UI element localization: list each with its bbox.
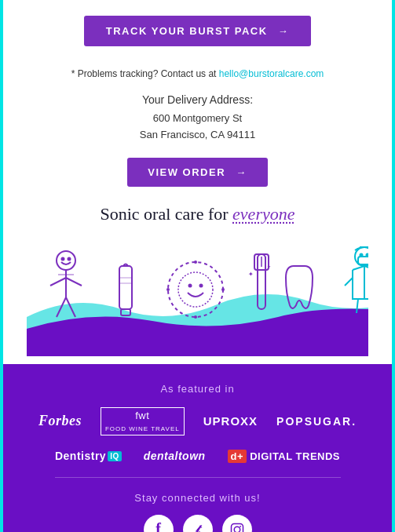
tagline-section: Sonic oral care for everyone (27, 204, 368, 224)
delivery-line2: San Francisco, CA 94111 (27, 127, 368, 144)
view-arrow: → (236, 166, 247, 178)
svg-text:✦: ✦ (248, 271, 254, 278)
problems-text-line: * Problems tracking? Contact us at hello… (27, 68, 368, 79)
divider (55, 477, 341, 478)
svg-point-1 (62, 257, 64, 260)
track-arrow: → (278, 25, 290, 37)
brand-logos-row2: Dentistry IQ dentaltown d+ DIGITAL TREND… (19, 450, 376, 463)
brand-dentaltown: dentaltown (144, 450, 206, 462)
svg-point-9 (188, 283, 192, 287)
svg-rect-27 (231, 523, 243, 532)
illustration-svg: ✦ ✦ (27, 231, 368, 356)
delivery-label: Your Delivery Address: (27, 93, 368, 106)
top-section: TRACK YOUR BURST PACK → * Problems track… (3, 0, 392, 364)
svg-rect-24 (358, 257, 368, 264)
email-container: TRACK YOUR BURST PACK → * Problems track… (0, 0, 395, 532)
brand-forbes: Forbes (38, 413, 82, 429)
track-button-wrapper: TRACK YOUR BURST PACK → (27, 16, 368, 57)
track-button[interactable]: TRACK YOUR BURST PACK → (84, 16, 311, 46)
svg-point-11 (194, 261, 197, 264)
svg-point-12 (221, 288, 225, 291)
tagline-highlight: everyone (232, 204, 294, 224)
svg-point-0 (57, 251, 75, 270)
svg-point-26 (367, 253, 369, 256)
svg-point-29 (240, 526, 241, 527)
facebook-icon[interactable]: f (144, 515, 174, 532)
support-email-link[interactable]: hello@burstoralcare.com (219, 68, 324, 79)
svg-point-13 (194, 315, 197, 319)
brand-uproxx: UPROXX (203, 414, 258, 428)
svg-point-7 (168, 262, 223, 317)
svg-text:✦: ✦ (267, 264, 271, 269)
problems-prefix: * Problems tracking? Contact us at (71, 68, 217, 79)
svg-point-25 (360, 253, 363, 256)
tagline-prefix: Sonic oral care for (101, 204, 229, 224)
tagline-text: Sonic oral care for everyone (42, 204, 353, 224)
toothpaste-illus (119, 264, 132, 315)
as-featured-label: As featured in (19, 383, 376, 395)
brand-logos-row1: Forbes fwtFOOD WINE TRAVEL UPROXX POPSUG… (19, 407, 376, 435)
view-order-button[interactable]: VIEW ORDER → (127, 158, 267, 187)
delivery-section: Your Delivery Address: 600 Montgomery St… (27, 93, 368, 144)
support-email: hello@burstoralcare.com (219, 68, 324, 79)
brand-popsugar: POPSUGAR. (276, 415, 357, 428)
brand-digital: d+ DIGITAL TRENDS (228, 450, 340, 463)
social-icons: f 𝓉 (19, 515, 376, 532)
svg-point-14 (166, 288, 170, 291)
svg-point-8 (178, 272, 213, 307)
svg-rect-3 (119, 266, 132, 309)
brand-fwt: fwtFOOD WINE TRAVEL (101, 407, 185, 435)
svg-point-2 (68, 257, 71, 260)
svg-point-28 (234, 527, 240, 532)
purple-section: As featured in Forbes fwtFOOD WINE TRAVE… (3, 364, 392, 532)
delivery-line1: 600 Montgomery St (27, 111, 368, 127)
illustration-section: ✦ ✦ (27, 231, 368, 356)
track-button-label: TRACK YOUR BURST PACK (106, 25, 268, 37)
brand-dentistry: Dentistry IQ (55, 450, 122, 462)
svg-point-10 (199, 283, 203, 287)
instagram-icon[interactable] (222, 515, 252, 532)
stay-connected-label: Stay connected with us! (19, 492, 376, 504)
view-order-label: VIEW ORDER (148, 166, 225, 178)
twitter-icon[interactable]: 𝓉 (183, 515, 213, 532)
